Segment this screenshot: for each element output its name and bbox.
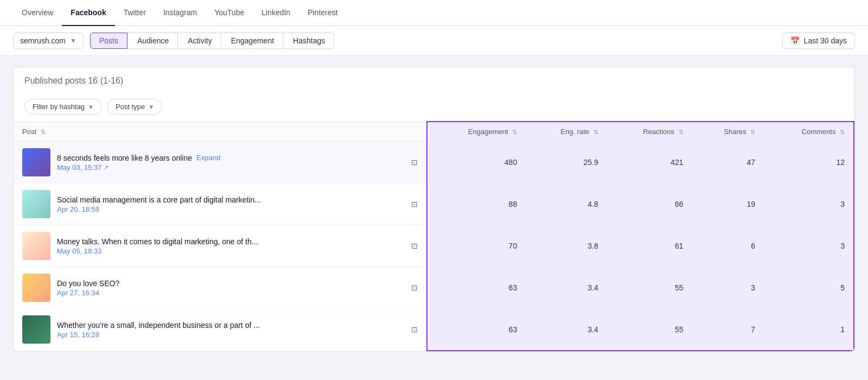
media-icon-cell: ⊡: [391, 267, 427, 309]
post-title-row: Do you love SEO?: [57, 279, 119, 288]
table-row: Money talks. When it comes to digital ma…: [14, 225, 854, 267]
shares-cell: 19: [692, 183, 764, 225]
filter-post-type-button[interactable]: Post type ▼: [107, 99, 162, 115]
table-row: Social media management is a core part o…: [14, 183, 854, 225]
table-row: 8 seconds feels more like 8 years online…: [14, 142, 854, 183]
post-cell-inner: Whether you're a small, independent busi…: [22, 315, 382, 344]
eng-rate-cell: 3.4: [526, 309, 607, 351]
nav-item-twitter[interactable]: Twitter: [115, 0, 155, 26]
col-header-post[interactable]: Post ⇅: [14, 122, 391, 142]
post-cell-2: Money talks. When it comes to digital ma…: [14, 225, 391, 267]
filter-hashtag-button[interactable]: Filter by hashtag ▼: [24, 99, 102, 115]
post-info: Do you love SEO? Apr 27, 16:34: [57, 279, 119, 297]
filters-row: Filter by hashtag ▼ Post type ▼: [14, 94, 854, 121]
tab-buttons: Posts Audience Activity Engagement Hasht…: [90, 33, 334, 49]
tab-engagement[interactable]: Engagement: [222, 33, 283, 49]
sort-icon: ⇅: [512, 129, 517, 136]
posts-table: Post ⇅ Engagement ⇅ Eng. rate ⇅ Reaction…: [14, 121, 854, 351]
post-text: Whether you're a small, independent busi…: [57, 321, 260, 330]
post-date: May 03, 15:37 ↗: [57, 163, 220, 172]
shares-cell: 6: [692, 225, 764, 267]
chevron-down-icon: ▼: [70, 37, 76, 45]
chevron-down-icon: ▼: [88, 104, 94, 110]
reactions-cell: 55: [607, 267, 692, 309]
reactions-cell: 61: [607, 225, 692, 267]
post-date: May 05, 18:33: [57, 247, 258, 255]
col-header-eng-rate[interactable]: Eng. rate ⇅: [526, 122, 607, 142]
post-thumbnail: [22, 190, 50, 218]
tab-posts[interactable]: Posts: [90, 33, 127, 49]
engagement-cell: 63: [427, 309, 526, 351]
shares-cell: 3: [692, 267, 764, 309]
eng-rate-cell: 3.8: [526, 225, 607, 267]
engagement-cell: 70: [427, 225, 526, 267]
media-icon-cell: ⊡: [391, 183, 427, 225]
nav-item-instagram[interactable]: Instagram: [155, 0, 206, 26]
post-thumbnail: [22, 232, 50, 260]
comments-cell: 5: [764, 267, 854, 309]
nav-item-pinterest[interactable]: Pinterest: [299, 0, 346, 26]
media-icon-cell: ⊡: [391, 309, 427, 351]
comments-cell: 3: [764, 183, 854, 225]
media-icon-cell: ⊡: [391, 225, 427, 267]
post-cell-inner: Money talks. When it comes to digital ma…: [22, 232, 382, 260]
tab-hashtags[interactable]: Hashtags: [284, 33, 334, 49]
domain-select[interactable]: semrush.com ▼: [13, 33, 84, 49]
post-thumbnail: [22, 274, 50, 302]
nav-item-linkedin[interactable]: LinkedIn: [253, 0, 299, 26]
nav-item-facebook[interactable]: Facebook: [62, 0, 114, 26]
date-range-button[interactable]: 📅 Last 30 days: [782, 33, 855, 49]
tab-activity[interactable]: Activity: [179, 33, 221, 49]
post-date: Apr 27, 16:34: [57, 289, 119, 297]
reactions-cell: 421: [607, 142, 692, 183]
post-cell-inner: Social media management is a core part o…: [22, 190, 382, 218]
engagement-cell: 88: [427, 183, 526, 225]
engagement-cell: 480: [427, 142, 526, 183]
image-icon: ⊡: [411, 325, 418, 334]
date-range-label: Last 30 days: [804, 36, 847, 45]
sort-icon: ⇅: [679, 129, 684, 136]
post-thumbnail: [22, 315, 50, 344]
nav-item-overview[interactable]: Overview: [13, 0, 62, 26]
image-icon: ⊡: [411, 158, 418, 167]
top-nav: Overview Facebook Twitter Instagram YouT…: [0, 0, 868, 26]
post-text: Social media management is a core part o…: [57, 195, 261, 204]
sort-icon: ⇅: [750, 129, 755, 136]
post-cell-3: Do you love SEO? Apr 27, 16:34: [14, 267, 391, 309]
comments-cell: 1: [764, 309, 854, 351]
sort-icon: ⇅: [41, 129, 46, 136]
image-icon: ⊡: [411, 242, 418, 250]
calendar-icon: 📅: [790, 36, 800, 45]
media-icon-cell: ⊡: [391, 142, 427, 183]
expand-link[interactable]: Expand: [196, 154, 220, 162]
shares-cell: 7: [692, 309, 764, 351]
sort-icon: ⇅: [593, 129, 598, 136]
post-title-row: Money talks. When it comes to digital ma…: [57, 237, 258, 246]
eng-rate-cell: 25.9: [526, 142, 607, 183]
col-header-engagement[interactable]: Engagement ⇅: [427, 122, 526, 142]
post-title-row: Whether you're a small, independent busi…: [57, 321, 260, 330]
sort-icon: ⇅: [840, 129, 845, 136]
nav-item-youtube[interactable]: YouTube: [206, 0, 253, 26]
card-header: Published posts 16 (1-16): [14, 67, 854, 94]
post-title-row: 8 seconds feels more like 8 years online…: [57, 154, 220, 162]
col-header-reactions[interactable]: Reactions ⇅: [607, 122, 692, 142]
image-icon: ⊡: [411, 200, 418, 208]
engagement-cell: 63: [427, 267, 526, 309]
domain-label: semrush.com: [20, 36, 66, 45]
app-container: Overview Facebook Twitter Instagram YouT…: [0, 0, 868, 380]
sub-header-left: semrush.com ▼ Posts Audience Activity En…: [13, 33, 334, 49]
col-header-comments[interactable]: Comments ⇅: [764, 122, 854, 142]
post-cell-1: Social media management is a core part o…: [14, 183, 391, 225]
col-header-shares[interactable]: Shares ⇅: [692, 122, 764, 142]
tab-audience[interactable]: Audience: [129, 33, 178, 49]
comments-cell: 12: [764, 142, 854, 183]
external-link-icon: ↗: [104, 164, 108, 171]
post-thumbnail: [22, 148, 50, 176]
post-cell-4: Whether you're a small, independent busi…: [14, 309, 391, 351]
content-card: Published posts 16 (1-16) Filter by hash…: [13, 67, 855, 352]
post-cell-inner: 8 seconds feels more like 8 years online…: [22, 148, 382, 176]
filter-post-type-label: Post type: [116, 103, 145, 111]
eng-rate-cell: 4.8: [526, 183, 607, 225]
main-content: Published posts 16 (1-16) Filter by hash…: [0, 56, 868, 363]
